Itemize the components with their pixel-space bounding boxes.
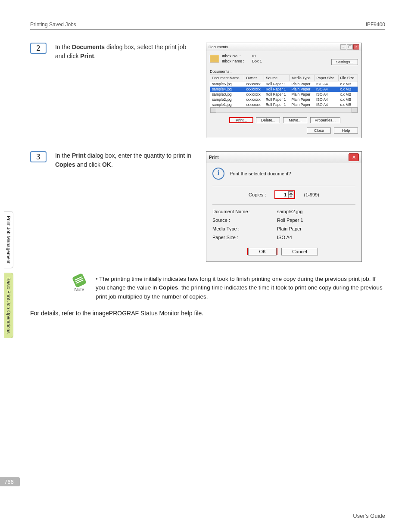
move-button[interactable]: Move... xyxy=(283,117,307,123)
inbox-icon xyxy=(210,55,219,62)
print-dialog: Print ✕ Print the selected document? Cop… xyxy=(206,151,362,262)
documents-dialog-title: Documents xyxy=(209,45,228,49)
copies-input[interactable] xyxy=(276,191,287,198)
table-row[interactable]: sample1.jpgxxxxxxxxRoll Paper 1Plain Pap… xyxy=(210,102,358,108)
settings-button[interactable]: Settings... xyxy=(331,59,358,65)
side-tab-basic-ops[interactable]: Basic Print Job Operations xyxy=(4,273,13,338)
paper-size-label: Paper Size : xyxy=(212,235,277,240)
horizontal-scrollbar[interactable] xyxy=(210,108,358,113)
footer-guide: User's Guide xyxy=(353,513,385,519)
col-owner[interactable]: Owner xyxy=(244,75,264,81)
col-file-size[interactable]: File Size xyxy=(338,75,358,81)
step-number-3: 3 xyxy=(30,151,47,162)
doc-name-label: Document Name : xyxy=(212,209,277,214)
minimize-icon[interactable]: – xyxy=(340,44,346,50)
table-row[interactable]: sample5.jpgxxxxxxxxRoll Paper 1Plain Pap… xyxy=(210,81,358,87)
step-3-text: In the Print dialog box, enter the quant… xyxy=(55,151,197,169)
copies-label: Copies : xyxy=(249,192,266,197)
doc-name-value: sample2.jpg xyxy=(277,209,302,214)
col-source[interactable]: Source xyxy=(264,75,290,81)
inbox-no-value: 01 xyxy=(252,54,256,58)
note-text: The printing time initially indicates ho… xyxy=(96,275,385,301)
side-tab-print-job-mgmt[interactable]: Print Job Management xyxy=(4,211,13,268)
source-label: Source : xyxy=(212,218,277,223)
col-doc-name[interactable]: Document Name xyxy=(210,75,244,81)
inbox-name-label: Inbox name : xyxy=(222,59,248,63)
ok-button-highlight: OK xyxy=(247,248,277,255)
ok-button[interactable]: OK xyxy=(248,248,277,255)
info-icon xyxy=(212,168,224,180)
inbox-name-value: Box 1 xyxy=(252,59,262,63)
table-row[interactable]: sample2.jpgxxxxxxxxRoll Paper 1Plain Pap… xyxy=(210,97,358,102)
documents-list-label: Documents : xyxy=(210,69,358,74)
close-button[interactable]: Close xyxy=(307,128,331,134)
maximize-icon[interactable]: ▢ xyxy=(347,44,353,50)
close-icon[interactable]: × xyxy=(353,44,359,50)
properties-button[interactable]: Properties... xyxy=(310,117,341,123)
note-icon: Note xyxy=(69,275,90,292)
copies-range: (1-999) xyxy=(304,192,319,197)
copies-stepper[interactable]: ▲▼ xyxy=(274,190,295,199)
step-number-2: 2 xyxy=(30,43,47,54)
header-section-title: Printing Saved Jobs xyxy=(30,22,76,28)
documents-dialog: Documents – ▢ × Inbox No. :01 Inbox name… xyxy=(206,43,362,138)
col-paper-size[interactable]: Paper Size xyxy=(314,75,338,81)
media-type-label: Media Type : xyxy=(212,226,277,231)
paper-size-value: ISO A4 xyxy=(277,235,292,240)
table-row[interactable]: sample3.jpgxxxxxxxxRoll Paper 1Plain Pap… xyxy=(210,92,358,97)
source-value: Roll Paper 1 xyxy=(277,218,303,223)
header-model: iPF9400 xyxy=(366,22,385,28)
spin-down-icon[interactable]: ▼ xyxy=(288,195,293,198)
delete-button[interactable]: Delete... xyxy=(256,117,280,123)
spin-up-icon[interactable]: ▲ xyxy=(288,191,293,195)
media-type-value: Plain Paper xyxy=(277,226,302,231)
inbox-no-label: Inbox No. : xyxy=(222,54,248,58)
page-number: 766 xyxy=(0,477,20,486)
print-button[interactable]: Print... xyxy=(229,117,253,123)
table-row[interactable]: sample4.jpgxxxxxxxxRoll Paper 1Plain Pap… xyxy=(210,87,358,92)
col-media-type[interactable]: Media Type xyxy=(290,75,314,81)
close-icon[interactable]: ✕ xyxy=(349,153,359,161)
documents-table: Document Name Owner Source Media Type Pa… xyxy=(210,75,358,108)
cancel-button[interactable]: Cancel xyxy=(281,248,318,255)
help-button[interactable]: Help xyxy=(334,128,358,134)
step-2-text: In the Documents dialog box, select the … xyxy=(55,43,197,61)
print-dialog-title: Print xyxy=(209,155,219,160)
closing-text: For details, refer to the imagePROGRAF S… xyxy=(30,310,385,317)
print-question: Print the selected document? xyxy=(230,171,291,176)
